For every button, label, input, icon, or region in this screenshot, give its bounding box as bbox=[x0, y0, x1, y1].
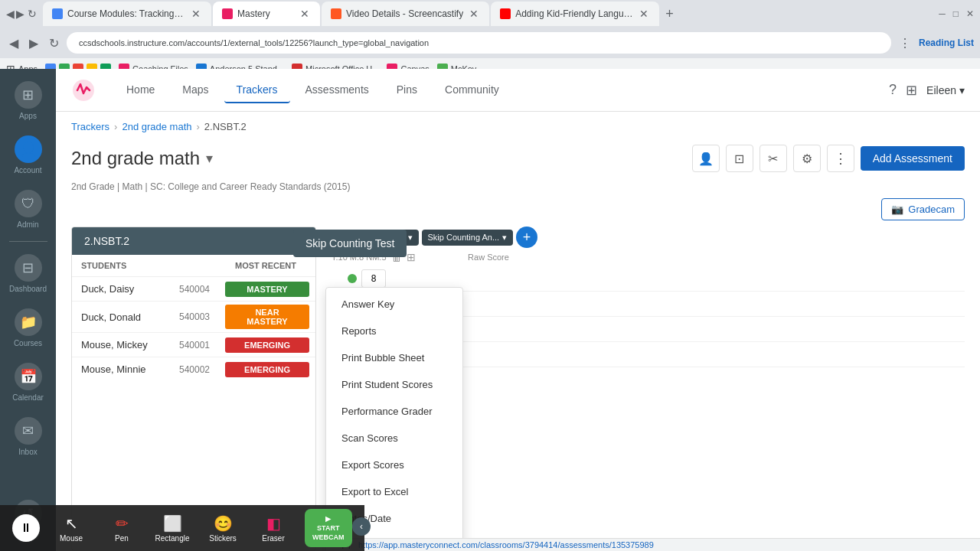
sidebar-item-calendar[interactable]: 📅 Calendar bbox=[2, 357, 54, 408]
dropdown-print-scores[interactable]: Print Student Scores bbox=[326, 371, 462, 398]
table-row: Mouse, Minnie 540002 EMERGING bbox=[72, 357, 315, 381]
add-assessment-col-btn[interactable]: + bbox=[516, 227, 537, 248]
breadcrumb-trackers[interactable]: Trackers bbox=[71, 121, 109, 132]
assess-dropdown-arrow2: ▾ bbox=[502, 233, 507, 243]
user-chevron: ▾ bbox=[959, 84, 965, 96]
sidebar-item-courses[interactable]: 📁 Courses bbox=[2, 302, 54, 354]
refresh-btn[interactable]: ↻ bbox=[28, 8, 37, 20]
grid-icon[interactable]: ⊞ bbox=[407, 251, 416, 263]
tab-close[interactable]: ✕ bbox=[190, 8, 202, 20]
grid-button[interactable]: ⊞ bbox=[906, 82, 917, 99]
help-button[interactable]: ? bbox=[889, 82, 897, 98]
inbox-icon: ✉ bbox=[15, 417, 42, 445]
nav-forward[interactable]: ▶ bbox=[26, 33, 41, 54]
pause-button[interactable]: ⏸ bbox=[12, 514, 40, 542]
score-dot-green bbox=[348, 274, 357, 283]
tab-title: Mastery bbox=[237, 8, 294, 19]
eraser-icon: ◧ bbox=[266, 514, 281, 533]
nav-maps[interactable]: Maps bbox=[170, 77, 220, 103]
tool-pen[interactable]: ✏ Pen bbox=[103, 514, 141, 543]
title-dropdown-arrow[interactable]: ▾ bbox=[206, 150, 213, 167]
chevron-toggle[interactable]: ‹ bbox=[352, 517, 371, 536]
layout-btn[interactable]: ⊡ bbox=[726, 145, 753, 172]
mastery-logo bbox=[71, 78, 96, 103]
emerging-badge: EMERGING bbox=[225, 337, 309, 353]
reading-list-btn[interactable]: Reading List bbox=[919, 37, 974, 48]
assess-tab-2[interactable]: Skip Counting An... ▾ bbox=[422, 230, 514, 246]
tab-favicon bbox=[500, 8, 511, 19]
sidebar: ⊞ Apps 👤 Account 🛡 Admin ⊟ Dashboard 📁 C… bbox=[0, 69, 56, 551]
tab-favicon bbox=[222, 8, 233, 19]
student-view-btn[interactable]: 👤 bbox=[692, 145, 720, 172]
mouse-icon: ↖ bbox=[65, 514, 78, 533]
gradecam-label: Gradecam bbox=[908, 204, 955, 215]
more-options-btn[interactable]: ⋮ bbox=[827, 145, 854, 172]
tool-rectangle[interactable]: ⬜ Rectangle bbox=[153, 514, 191, 543]
tab-course-modules[interactable]: Course Modules: Tracking a 2... ✕ bbox=[43, 2, 211, 26]
user-menu[interactable]: Eileen ▾ bbox=[926, 84, 965, 96]
tool-mouse-label: Mouse bbox=[60, 534, 83, 543]
webcam-label2: WEBCAM bbox=[312, 533, 345, 541]
tool-mouse[interactable]: ↖ Mouse bbox=[52, 514, 90, 543]
main-content: Home Maps Trackers Assessments Pins Comm… bbox=[56, 69, 980, 551]
breadcrumb: Trackers › 2nd grade math › 2.NSBT.2 bbox=[56, 112, 980, 142]
url-bar[interactable]: ccsdschools.instructure.com/accounts/1/e… bbox=[67, 32, 891, 54]
nav-pins[interactable]: Pins bbox=[384, 77, 430, 103]
table-row: Duck, Donald 540003 NEAR MASTERY bbox=[72, 302, 315, 333]
emerging-badge: EMERGING bbox=[225, 362, 309, 377]
tab-close[interactable]: ✕ bbox=[299, 8, 311, 20]
minimize-btn[interactable]: ─ bbox=[939, 8, 946, 19]
maximize-btn[interactable]: □ bbox=[953, 8, 959, 19]
sidebar-item-admin[interactable]: 🛡 Admin bbox=[2, 184, 54, 235]
new-tab-button[interactable]: + bbox=[661, 6, 678, 22]
dropdown-export-scores[interactable]: Export Scores bbox=[326, 452, 462, 478]
toolbar-row: 📷 Gradecam bbox=[56, 198, 980, 227]
tab-favicon bbox=[52, 8, 63, 19]
dropdown-print-bubble[interactable]: Print Bubble Sheet bbox=[326, 344, 462, 371]
nav-back[interactable]: ◀ bbox=[6, 33, 21, 54]
settings-btn[interactable]: ⚙ bbox=[793, 145, 821, 172]
start-webcam-button[interactable]: ▶ START WEBCAM bbox=[305, 509, 352, 547]
nav-assessments[interactable]: Assessments bbox=[293, 77, 381, 103]
gradecam-button[interactable]: 📷 Gradecam bbox=[881, 198, 965, 220]
breadcrumb-grade-math[interactable]: 2nd grade math bbox=[122, 121, 191, 132]
forward-btn[interactable]: ▶ bbox=[16, 8, 24, 20]
webcam-toolbar: ⏸ ↖ Mouse ✏ Pen ⬜ Rectangle 😊 Stickers ◧… bbox=[0, 505, 364, 551]
sidebar-item-account[interactable]: 👤 Account bbox=[2, 129, 54, 181]
close-window-btn[interactable]: ✕ bbox=[966, 8, 974, 19]
header-actions: 👤 ⊡ ✂ ⚙ ⋮ Add Assessment bbox=[692, 145, 965, 172]
sidebar-item-dashboard[interactable]: ⊟ Dashboard bbox=[2, 248, 54, 299]
tab-title: Adding Kid-Friendly Languag... bbox=[515, 8, 633, 19]
add-assessment-button[interactable]: Add Assessment bbox=[861, 146, 965, 171]
sidebar-admin-label: Admin bbox=[17, 220, 38, 229]
extensions-icon[interactable]: ⋮ bbox=[899, 36, 911, 51]
dropdown-performance-grader[interactable]: Performance Grader bbox=[326, 398, 462, 425]
nav-home[interactable]: Home bbox=[114, 77, 167, 103]
tab-close[interactable]: ✕ bbox=[468, 8, 480, 20]
back-btn[interactable]: ◀ bbox=[6, 8, 15, 20]
tab-favicon bbox=[331, 8, 341, 19]
sidebar-item-inbox[interactable]: ✉ Inbox bbox=[2, 411, 54, 462]
url-text: ccsdschools.instructure.com/accounts/1/e… bbox=[79, 38, 429, 47]
tab-mastery[interactable]: Mastery ✕ bbox=[213, 2, 320, 26]
dropdown-reports[interactable]: Reports bbox=[326, 318, 462, 344]
tab-close[interactable]: ✕ bbox=[638, 8, 650, 20]
tools-btn[interactable]: ✂ bbox=[760, 145, 787, 172]
tooltip-popup: Skip Counting Test bbox=[293, 230, 407, 257]
sidebar-item-apps[interactable]: ⊞ Apps bbox=[2, 75, 54, 126]
dropdown-answer-key[interactable]: Answer Key bbox=[326, 291, 462, 318]
sidebar-courses-label: Courses bbox=[14, 339, 42, 347]
nav-refresh[interactable]: ↻ bbox=[46, 33, 62, 54]
dropdown-export-excel[interactable]: Export to Excel bbox=[326, 478, 462, 505]
nav-trackers[interactable]: Trackers bbox=[224, 77, 290, 103]
tab-screencastify[interactable]: Video Details - Screencastify ✕ bbox=[322, 2, 489, 26]
dropdown-scan-scores[interactable]: Scan Scores bbox=[326, 425, 462, 452]
tool-stickers[interactable]: 😊 Stickers bbox=[204, 514, 242, 543]
nav-community[interactable]: Community bbox=[433, 77, 511, 103]
assess-tab-2-label: Skip Counting An... bbox=[428, 233, 500, 242]
tab-kid-friendly[interactable]: Adding Kid-Friendly Languag... ✕ bbox=[491, 2, 659, 26]
tool-eraser[interactable]: ◧ Eraser bbox=[254, 514, 292, 543]
col-students: Students bbox=[72, 255, 170, 276]
breadcrumb-sep2: › bbox=[197, 121, 200, 132]
dashboard-icon: ⊟ bbox=[15, 254, 42, 282]
